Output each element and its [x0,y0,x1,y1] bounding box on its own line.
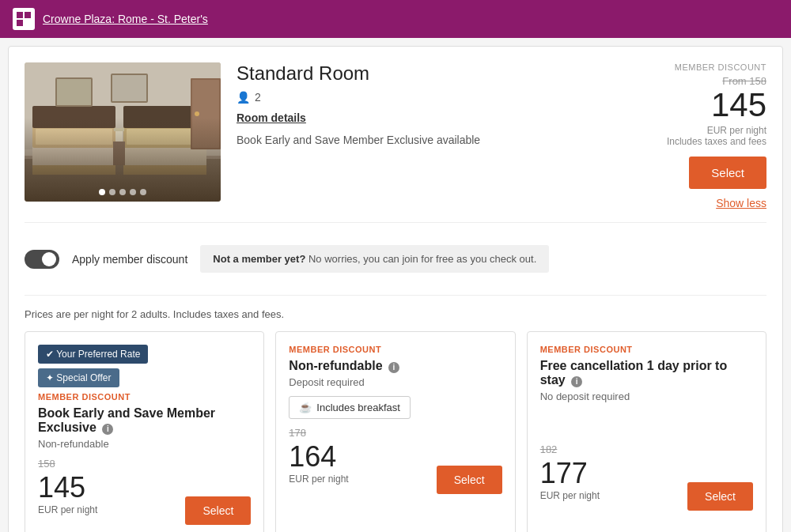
card2-rate-subtitle: No deposit required [540,391,753,402]
card0-per-night: EUR per night [38,504,97,515]
svg-rect-1 [17,12,23,18]
card1-info-icon[interactable]: i [388,362,399,373]
svg-rect-12 [123,126,206,173]
room-main-card: Standard Room 👤 2 Room details Book Earl… [8,46,783,532]
top-bar: Crowne Plaza: Rome - St. Peter's [0,0,791,38]
svg-rect-14 [127,129,203,145]
card2-member-tag: MEMBER DISCOUNT [540,345,753,354]
card0-price: 145 [38,471,97,504]
svg-rect-9 [32,126,115,148]
dot-1[interactable] [99,189,105,195]
svg-point-23 [195,111,199,116]
dot-3[interactable] [119,189,126,195]
svg-rect-25 [112,74,147,102]
checkmark-icon: ✔ [46,349,54,360]
card1-rate-subtitle: Deposit required [289,376,501,388]
room-header: Standard Room 👤 2 Room details Book Earl… [25,62,766,209]
card0-original-price: 158 [38,458,97,470]
card2-price-row: 182 177 EUR per night Select [540,443,753,511]
svg-rect-11 [32,165,115,175]
card1-per-night: EUR per night [289,474,348,485]
divider-1 [25,222,766,223]
svg-rect-24 [56,78,92,106]
member-discount-toggle[interactable] [25,250,59,269]
card0-select-button[interactable]: Select [185,496,251,525]
special-badge-label: Special Offer [56,372,111,383]
exclusive-offer-text: Book Early and Save Member Exclusive ava… [237,134,624,146]
card1-original-price: 178 [289,427,348,439]
room-select-button[interactable]: Select [689,157,766,189]
rate-card-2: MEMBER DISCOUNT Free cancellation 1 day … [527,331,766,532]
card0-info-icon[interactable]: i [102,424,113,435]
notice-text: No worries, you can join for free as you… [308,253,536,265]
card2-select-button[interactable]: Select [687,482,753,511]
tag-icon: ✦ [46,372,54,383]
room-info: Standard Room 👤 2 Room details Book Earl… [237,62,624,209]
ihg-logo [13,8,35,30]
room-title: Standard Room [237,62,624,85]
member-toggle-section: Apply member discount Not a member yet? … [25,236,766,282]
dot-4[interactable] [130,189,136,195]
card2-info-icon[interactable]: i [571,376,582,387]
discounted-price: 145 [640,89,766,122]
price-per-night: EUR per night Includes taxes and fees [640,125,766,147]
rate-cards-container: ✔ Your Preferred Rate ✦ Special Offer ME… [25,331,766,532]
svg-rect-20 [114,128,124,131]
person-icon: 👤 [237,91,250,104]
card1-member-tag: MEMBER DISCOUNT [289,345,501,354]
member-notice: Not a member yet? No worries, you can jo… [200,245,549,273]
card2-rate-name: Free cancellation 1 day prior to stay i [540,359,753,387]
original-price: From 158 [640,75,766,87]
svg-rect-15 [123,165,206,175]
rate-card-1: MEMBER DISCOUNT Non-refundable i Deposit… [275,331,515,532]
preferred-badge-label: Your Preferred Rate [56,349,140,360]
divider-2 [25,295,766,296]
guest-count: 2 [255,91,261,104]
toggle-label: Apply member discount [72,253,187,266]
show-less-link[interactable]: Show less [640,197,766,209]
svg-rect-10 [36,129,112,145]
card0-rate-subtitle: Non-refundable [38,438,251,450]
card0-price-row: 158 145 EUR per night Select [38,458,251,525]
breakfast-badge: ☕ Includes breakfast [289,396,411,419]
svg-rect-18 [113,141,125,165]
rate-card-0: ✔ Your Preferred Rate ✦ Special Offer ME… [25,331,264,532]
coffee-icon: ☕ [299,402,312,413]
member-discount-label: MEMBER DISCOUNT [640,62,766,72]
image-dots [99,189,146,195]
card1-select-button[interactable]: Select [437,466,502,494]
hotel-breadcrumb-link[interactable]: Crowne Plaza: Rome - St. Peter's [43,13,208,25]
svg-rect-7 [25,156,221,159]
svg-rect-13 [123,126,206,148]
svg-rect-2 [25,12,31,18]
card0-member-tag: MEMBER DISCOUNT [38,392,251,402]
notice-bold: Not a member yet? [213,253,305,265]
dot-2[interactable] [109,189,115,195]
room-details-link[interactable]: Room details [237,111,306,124]
breakfast-label: Includes breakfast [316,402,400,413]
card1-price-row: 178 164 EUR per night Select [289,427,501,494]
svg-rect-16 [32,106,115,128]
special-offer-badge: ✦ Special Offer [38,368,119,387]
guests-row: 👤 2 [237,91,624,104]
svg-rect-8 [32,126,115,173]
card0-rate-name: Book Early and Save Member Exclusive i [38,406,251,435]
prices-note: Prices are per night for 2 adults. Inclu… [25,308,766,320]
card1-rate-name: Non-refundable i [289,359,501,373]
svg-rect-19 [115,130,123,141]
card1-price: 164 [289,440,348,474]
card2-per-night: EUR per night [540,490,600,501]
card2-original-price: 182 [540,443,600,455]
card2-price: 177 [540,457,600,490]
dot-5[interactable] [140,189,146,195]
preferred-rate-badge: ✔ Your Preferred Rate [38,345,148,364]
svg-rect-3 [17,20,23,26]
member-discount-section: MEMBER DISCOUNT From 158 145 EUR per nig… [640,62,766,209]
room-image [25,62,221,202]
